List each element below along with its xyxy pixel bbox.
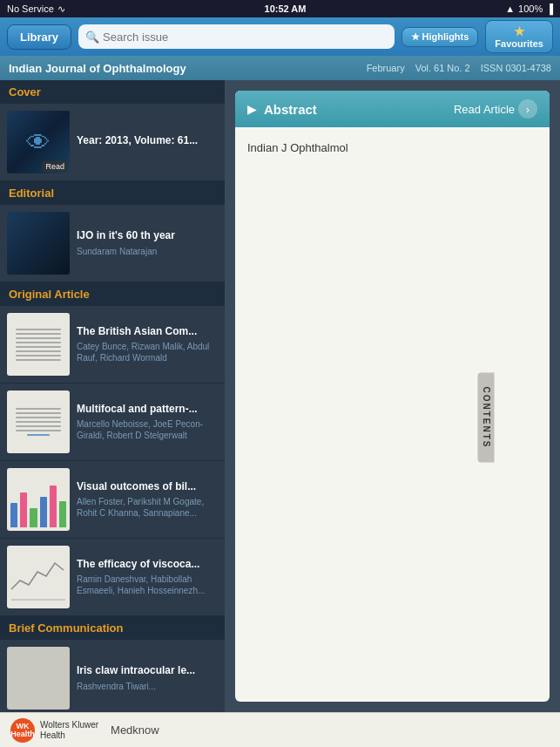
wk-logo: WKHealth Wolters Kluwer Health <box>10 718 98 743</box>
section-cover: Cover <box>0 80 225 104</box>
article-info: Visual outcomes of bil... Allen Foster, … <box>77 480 218 520</box>
list-item[interactable]: Visual outcomes of bil... Allen Foster, … <box>0 461 225 539</box>
read-article-button[interactable]: Read Article › <box>454 99 537 119</box>
article-info: Iris claw intraocular le... Rashvendra T… <box>77 664 218 692</box>
journal-title: Indian Journal of Ophthalmology <box>9 62 186 75</box>
favourites-label: Favourites <box>495 38 543 49</box>
list-item[interactable]: Multifocal and pattern-... Marcello Nebo… <box>0 384 225 461</box>
article-title: Multifocal and pattern-... <box>77 403 218 417</box>
eye-icon: 👁 <box>26 128 51 157</box>
battery-icon: ▐ <box>546 3 553 14</box>
wk-company-text: Wolters Kluwer Health <box>40 720 98 741</box>
list-item[interactable]: IJO in it's 60 th year Sundaram Nataraja… <box>0 205 225 282</box>
wk-company-name: Wolters Kluwer <box>40 720 98 730</box>
wifi-icon: ∿ <box>57 3 65 15</box>
article-authors: Sundaram Natarajan <box>77 246 218 257</box>
article-info: IJO in it's 60 th year Sundaram Nataraja… <box>77 229 218 257</box>
abstract-panel: ▶ Abstract Read Article › Indian J Ophth… <box>235 91 550 702</box>
article-authors: Allen Foster, Parikshit M Gogate, Rohit … <box>77 496 218 519</box>
list-item[interactable]: 👁 Read Year: 2013, Volume: 61... <box>0 104 225 181</box>
article-thumb <box>7 647 70 710</box>
main-content: Cover 👁 Read Year: 2013, Volume: 61... E… <box>0 80 560 712</box>
article-title: IJO in it's 60 th year <box>77 229 218 243</box>
right-panel: ▶ Abstract Read Article › Indian J Ophth… <box>225 80 560 712</box>
top-nav: Library 🔍 ★ Highlights ★ Favourites <box>0 17 560 56</box>
highlights-label: Highlights <box>422 31 469 42</box>
read-article-label: Read Article <box>454 103 515 116</box>
status-right: ▲ 100% ▐ <box>505 3 553 14</box>
location-icon: ▲ <box>505 3 515 14</box>
highlights-button[interactable]: ★ Highlights <box>401 27 479 47</box>
abstract-body: Indian J Ophthalmol <box>235 127 550 169</box>
search-input[interactable] <box>103 31 387 44</box>
search-bar[interactable]: 🔍 <box>78 24 394 49</box>
journal-volume: Vol. 61 No. 2 <box>415 63 470 73</box>
list-item[interactable]: The efficacy of viscoca... Ramin Daneshv… <box>0 539 225 616</box>
article-thumb <box>7 212 70 275</box>
list-item[interactable]: The British Asian Com... Catey Bunce, Ri… <box>0 306 225 384</box>
medknow-label: Medknow <box>111 723 159 737</box>
read-article-arrow-icon: › <box>518 99 537 119</box>
section-original-article: Original Article <box>0 282 225 306</box>
article-info: Multifocal and pattern-... Marcello Nebo… <box>77 403 218 442</box>
wk-circle-icon: WKHealth <box>10 718 35 743</box>
article-info: Year: 2013, Volume: 61... <box>77 134 218 151</box>
article-title: Year: 2013, Volume: 61... <box>77 134 218 148</box>
read-badge: Read <box>42 161 68 172</box>
article-thumb: 👁 Read <box>7 111 70 173</box>
library-button[interactable]: Library <box>7 24 71 50</box>
abstract-header: ▶ Abstract Read Article › <box>235 91 550 127</box>
article-info: The British Asian Com... Catey Bunce, Ri… <box>77 325 218 364</box>
abstract-title-wrap: ▶ Abstract <box>247 102 317 117</box>
article-thumb <box>7 546 70 608</box>
list-item[interactable]: Iris claw intraocular le... Rashvendra T… <box>0 640 225 712</box>
article-thumb <box>7 468 70 531</box>
battery-label: 100% <box>518 3 543 14</box>
section-brief-communication: Brief Communication <box>0 616 225 640</box>
carrier-label: No Service <box>7 3 54 14</box>
abstract-title: Abstract <box>264 102 317 117</box>
journal-header: Indian Journal of Ophthalmology February… <box>0 56 560 80</box>
journal-issn: ISSN 0301-4738 <box>481 63 551 73</box>
journal-meta: February Vol. 61 No. 2 ISSN 0301-4738 <box>367 63 551 73</box>
article-title: Visual outcomes of bil... <box>77 480 218 494</box>
abstract-icon: ▶ <box>247 102 257 116</box>
status-left: No Service ∿ <box>7 3 65 15</box>
wk-subtitle: Health <box>40 730 98 741</box>
status-time: 10:52 AM <box>265 3 307 14</box>
article-authors: Rashvendra Tiwari... <box>77 681 218 692</box>
article-list: Cover 👁 Read Year: 2013, Volume: 61... E… <box>0 80 225 712</box>
status-bar: No Service ∿ 10:52 AM ▲ 100% ▐ <box>0 0 560 17</box>
favourites-button[interactable]: ★ Favourites <box>485 20 553 53</box>
abstract-text: Indian J Ophthalmol <box>247 139 537 157</box>
article-info: The efficacy of viscoca... Ramin Daneshv… <box>77 558 218 597</box>
journal-month: February <box>367 63 405 73</box>
article-authors: Catey Bunce, Rizwan Malik, Abdul Rauf, R… <box>77 341 218 363</box>
contents-tab[interactable]: CONTENTS <box>478 373 495 463</box>
highlights-book-icon: ★ <box>411 31 420 42</box>
search-icon: 🔍 <box>85 31 99 44</box>
article-authors: Ramin Daneshvar, Habibollah Esmaeeli, Ha… <box>77 574 218 596</box>
article-title: The efficacy of viscoca... <box>77 558 218 572</box>
star-icon: ★ <box>495 24 543 38</box>
article-thumb <box>7 390 70 453</box>
article-title: Iris claw intraocular le... <box>77 664 218 678</box>
article-authors: Marcello Neboisse, JoeE Pecon-Giraldi, R… <box>77 418 218 441</box>
article-thumb <box>7 313 70 376</box>
section-editorial: Editorial <box>0 181 225 205</box>
article-title: The British Asian Com... <box>77 325 218 339</box>
bottom-bar: WKHealth Wolters Kluwer Health Medknow <box>0 712 560 747</box>
